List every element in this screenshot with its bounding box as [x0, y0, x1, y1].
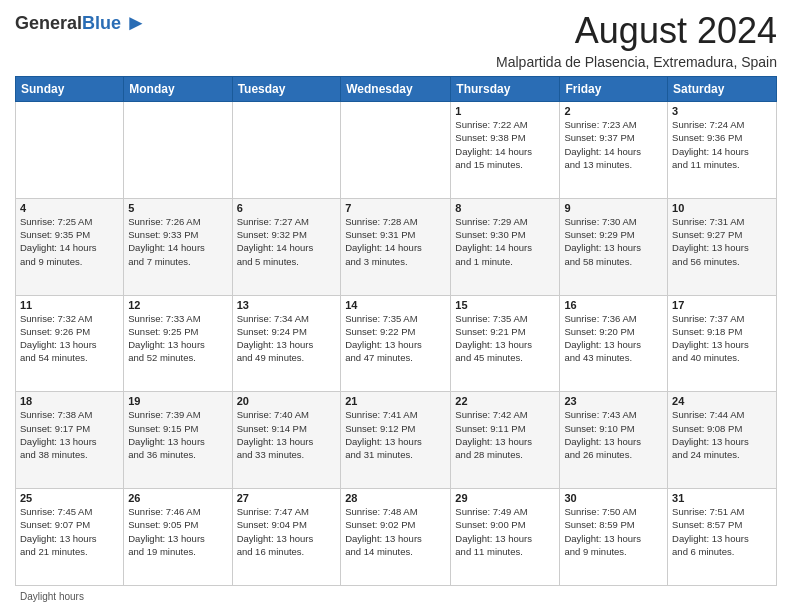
- day-info: Sunrise: 7:24 AM Sunset: 9:36 PM Dayligh…: [672, 118, 772, 171]
- day-info: Sunrise: 7:42 AM Sunset: 9:11 PM Dayligh…: [455, 408, 555, 461]
- day-info: Sunrise: 7:41 AM Sunset: 9:12 PM Dayligh…: [345, 408, 446, 461]
- day-info: Sunrise: 7:50 AM Sunset: 8:59 PM Dayligh…: [564, 505, 663, 558]
- calendar-week-row: 18Sunrise: 7:38 AM Sunset: 9:17 PM Dayli…: [16, 392, 777, 489]
- table-row: 10Sunrise: 7:31 AM Sunset: 9:27 PM Dayli…: [668, 198, 777, 295]
- table-row: [232, 102, 341, 199]
- table-row: 27Sunrise: 7:47 AM Sunset: 9:04 PM Dayli…: [232, 489, 341, 586]
- table-row: 4Sunrise: 7:25 AM Sunset: 9:35 PM Daylig…: [16, 198, 124, 295]
- table-row: [16, 102, 124, 199]
- col-tuesday: Tuesday: [232, 77, 341, 102]
- day-info: Sunrise: 7:36 AM Sunset: 9:20 PM Dayligh…: [564, 312, 663, 365]
- day-info: Sunrise: 7:45 AM Sunset: 9:07 PM Dayligh…: [20, 505, 119, 558]
- day-info: Sunrise: 7:38 AM Sunset: 9:17 PM Dayligh…: [20, 408, 119, 461]
- day-info: Sunrise: 7:31 AM Sunset: 9:27 PM Dayligh…: [672, 215, 772, 268]
- day-number: 14: [345, 299, 446, 311]
- day-number: 18: [20, 395, 119, 407]
- day-number: 23: [564, 395, 663, 407]
- table-row: 21Sunrise: 7:41 AM Sunset: 9:12 PM Dayli…: [341, 392, 451, 489]
- col-monday: Monday: [124, 77, 232, 102]
- table-row: 19Sunrise: 7:39 AM Sunset: 9:15 PM Dayli…: [124, 392, 232, 489]
- day-info: Sunrise: 7:44 AM Sunset: 9:08 PM Dayligh…: [672, 408, 772, 461]
- day-info: Sunrise: 7:33 AM Sunset: 9:25 PM Dayligh…: [128, 312, 227, 365]
- table-row: 17Sunrise: 7:37 AM Sunset: 9:18 PM Dayli…: [668, 295, 777, 392]
- day-number: 20: [237, 395, 337, 407]
- table-row: 9Sunrise: 7:30 AM Sunset: 9:29 PM Daylig…: [560, 198, 668, 295]
- table-row: 16Sunrise: 7:36 AM Sunset: 9:20 PM Dayli…: [560, 295, 668, 392]
- table-row: 23Sunrise: 7:43 AM Sunset: 9:10 PM Dayli…: [560, 392, 668, 489]
- day-info: Sunrise: 7:30 AM Sunset: 9:29 PM Dayligh…: [564, 215, 663, 268]
- day-number: 7: [345, 202, 446, 214]
- day-number: 10: [672, 202, 772, 214]
- day-info: Sunrise: 7:40 AM Sunset: 9:14 PM Dayligh…: [237, 408, 337, 461]
- day-info: Sunrise: 7:25 AM Sunset: 9:35 PM Dayligh…: [20, 215, 119, 268]
- day-number: 11: [20, 299, 119, 311]
- month-title: August 2024: [496, 10, 777, 52]
- logo-blue: Blue: [82, 13, 121, 33]
- day-info: Sunrise: 7:49 AM Sunset: 9:00 PM Dayligh…: [455, 505, 555, 558]
- day-number: 29: [455, 492, 555, 504]
- day-number: 30: [564, 492, 663, 504]
- day-number: 3: [672, 105, 772, 117]
- table-row: 1Sunrise: 7:22 AM Sunset: 9:38 PM Daylig…: [451, 102, 560, 199]
- day-number: 25: [20, 492, 119, 504]
- table-row: [124, 102, 232, 199]
- calendar-header-row: Sunday Monday Tuesday Wednesday Thursday…: [16, 77, 777, 102]
- footer: Daylight hours: [15, 591, 777, 602]
- calendar-week-row: 25Sunrise: 7:45 AM Sunset: 9:07 PM Dayli…: [16, 489, 777, 586]
- day-number: 2: [564, 105, 663, 117]
- day-info: Sunrise: 7:29 AM Sunset: 9:30 PM Dayligh…: [455, 215, 555, 268]
- table-row: 29Sunrise: 7:49 AM Sunset: 9:00 PM Dayli…: [451, 489, 560, 586]
- day-info: Sunrise: 7:37 AM Sunset: 9:18 PM Dayligh…: [672, 312, 772, 365]
- day-info: Sunrise: 7:27 AM Sunset: 9:32 PM Dayligh…: [237, 215, 337, 268]
- day-number: 13: [237, 299, 337, 311]
- calendar-week-row: 1Sunrise: 7:22 AM Sunset: 9:38 PM Daylig…: [16, 102, 777, 199]
- day-info: Sunrise: 7:26 AM Sunset: 9:33 PM Dayligh…: [128, 215, 227, 268]
- table-row: 6Sunrise: 7:27 AM Sunset: 9:32 PM Daylig…: [232, 198, 341, 295]
- day-number: 12: [128, 299, 227, 311]
- day-number: 22: [455, 395, 555, 407]
- page: GeneralBlue ► August 2024 Malpartida de …: [0, 0, 792, 612]
- col-friday: Friday: [560, 77, 668, 102]
- col-thursday: Thursday: [451, 77, 560, 102]
- table-row: 14Sunrise: 7:35 AM Sunset: 9:22 PM Dayli…: [341, 295, 451, 392]
- day-info: Sunrise: 7:39 AM Sunset: 9:15 PM Dayligh…: [128, 408, 227, 461]
- day-number: 4: [20, 202, 119, 214]
- calendar-week-row: 11Sunrise: 7:32 AM Sunset: 9:26 PM Dayli…: [16, 295, 777, 392]
- table-row: 24Sunrise: 7:44 AM Sunset: 9:08 PM Dayli…: [668, 392, 777, 489]
- col-sunday: Sunday: [16, 77, 124, 102]
- day-number: 19: [128, 395, 227, 407]
- day-info: Sunrise: 7:22 AM Sunset: 9:38 PM Dayligh…: [455, 118, 555, 171]
- day-number: 9: [564, 202, 663, 214]
- day-info: Sunrise: 7:48 AM Sunset: 9:02 PM Dayligh…: [345, 505, 446, 558]
- day-info: Sunrise: 7:35 AM Sunset: 9:21 PM Dayligh…: [455, 312, 555, 365]
- table-row: 2Sunrise: 7:23 AM Sunset: 9:37 PM Daylig…: [560, 102, 668, 199]
- col-wednesday: Wednesday: [341, 77, 451, 102]
- col-saturday: Saturday: [668, 77, 777, 102]
- table-row: 7Sunrise: 7:28 AM Sunset: 9:31 PM Daylig…: [341, 198, 451, 295]
- day-info: Sunrise: 7:35 AM Sunset: 9:22 PM Dayligh…: [345, 312, 446, 365]
- table-row: 31Sunrise: 7:51 AM Sunset: 8:57 PM Dayli…: [668, 489, 777, 586]
- day-info: Sunrise: 7:28 AM Sunset: 9:31 PM Dayligh…: [345, 215, 446, 268]
- day-number: 24: [672, 395, 772, 407]
- table-row: 13Sunrise: 7:34 AM Sunset: 9:24 PM Dayli…: [232, 295, 341, 392]
- logo: GeneralBlue ►: [15, 10, 147, 36]
- day-number: 27: [237, 492, 337, 504]
- table-row: [341, 102, 451, 199]
- daylight-label: Daylight hours: [20, 591, 84, 602]
- table-row: 18Sunrise: 7:38 AM Sunset: 9:17 PM Dayli…: [16, 392, 124, 489]
- day-info: Sunrise: 7:34 AM Sunset: 9:24 PM Dayligh…: [237, 312, 337, 365]
- day-number: 15: [455, 299, 555, 311]
- day-number: 8: [455, 202, 555, 214]
- day-info: Sunrise: 7:46 AM Sunset: 9:05 PM Dayligh…: [128, 505, 227, 558]
- table-row: 15Sunrise: 7:35 AM Sunset: 9:21 PM Dayli…: [451, 295, 560, 392]
- table-row: 25Sunrise: 7:45 AM Sunset: 9:07 PM Dayli…: [16, 489, 124, 586]
- logo-bird-icon: ►: [125, 10, 147, 36]
- table-row: 20Sunrise: 7:40 AM Sunset: 9:14 PM Dayli…: [232, 392, 341, 489]
- table-row: 22Sunrise: 7:42 AM Sunset: 9:11 PM Dayli…: [451, 392, 560, 489]
- header: GeneralBlue ► August 2024 Malpartida de …: [15, 10, 777, 70]
- day-number: 6: [237, 202, 337, 214]
- day-info: Sunrise: 7:43 AM Sunset: 9:10 PM Dayligh…: [564, 408, 663, 461]
- calendar-week-row: 4Sunrise: 7:25 AM Sunset: 9:35 PM Daylig…: [16, 198, 777, 295]
- day-number: 1: [455, 105, 555, 117]
- day-number: 21: [345, 395, 446, 407]
